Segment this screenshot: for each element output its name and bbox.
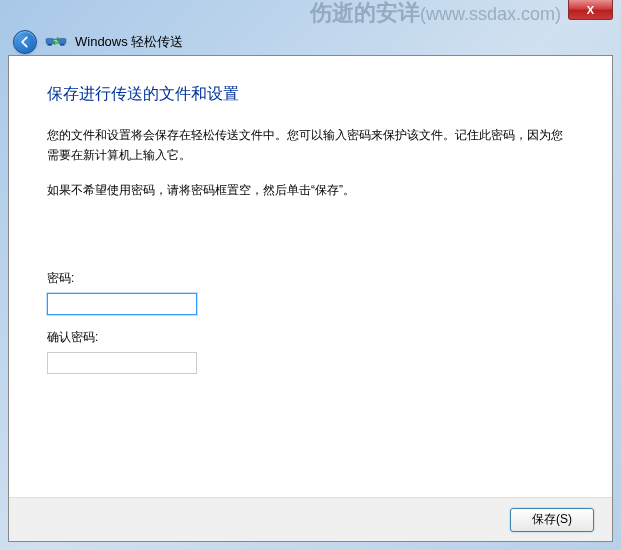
svg-rect-0	[46, 38, 53, 43]
close-icon: X	[587, 4, 594, 16]
save-button[interactable]: 保存(S)	[510, 508, 594, 532]
content-area: 保存进行传送的文件和设置 您的文件和设置将会保存在轻松传送文件中。您可以输入密码…	[9, 56, 612, 408]
main-panel: 保存进行传送的文件和设置 您的文件和设置将会保存在轻松传送文件中。您可以输入密码…	[8, 55, 613, 542]
password-label: 密码:	[47, 270, 574, 287]
instruction-text-2: 如果不希望使用密码，请将密码框置空，然后单击“保存”。	[47, 180, 574, 200]
watermark-text: 伤逝的安详(www.ssdax.com)	[310, 0, 561, 28]
back-button[interactable]	[13, 30, 37, 54]
confirm-password-input[interactable]	[47, 352, 197, 374]
easy-transfer-icon	[45, 33, 67, 51]
svg-rect-1	[47, 44, 52, 46]
toolbar: Windows 轻松传送	[13, 30, 183, 54]
password-input[interactable]	[47, 293, 197, 315]
back-arrow-icon	[18, 35, 32, 49]
svg-rect-3	[60, 44, 65, 46]
svg-rect-2	[59, 38, 66, 43]
confirm-password-label: 确认密码:	[47, 329, 574, 346]
app-title: Windows 轻松传送	[75, 33, 183, 51]
footer-bar: 保存(S)	[9, 497, 612, 541]
instruction-text-1: 您的文件和设置将会保存在轻松传送文件中。您可以输入密码来保护该文件。记住此密码，…	[47, 125, 574, 166]
close-button[interactable]: X	[568, 0, 613, 20]
password-form: 密码: 确认密码:	[47, 270, 574, 374]
page-heading: 保存进行传送的文件和设置	[47, 84, 574, 105]
